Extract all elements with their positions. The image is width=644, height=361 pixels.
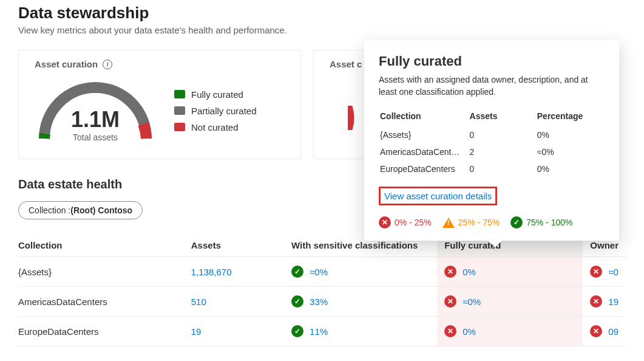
- legend-mid: 25% - 75%: [458, 218, 500, 227]
- info-icon[interactable]: i: [103, 60, 112, 69]
- assets-link[interactable]: 510: [191, 297, 206, 307]
- popcell-percentage: ≈0%: [537, 144, 603, 160]
- table-row: {Assets}1,138,670✓≈0%✕0%✕≈0: [18, 257, 626, 287]
- cross-icon: ✕: [379, 216, 391, 229]
- legend-partial: Partially curated: [191, 106, 257, 116]
- popcell-percentage: 0%: [537, 161, 603, 177]
- check-icon: ✓: [291, 295, 303, 308]
- page-title: Data stewardship: [18, 4, 626, 22]
- swatch-partial-icon: [174, 106, 185, 115]
- filter-prefix: Collection :: [29, 205, 70, 215]
- table-row: AmericasDataCent…2≈0%: [380, 144, 603, 160]
- assets-link[interactable]: 1,138,670: [191, 267, 232, 277]
- gauge-total-label: Total assets: [35, 132, 156, 142]
- cell-collection: AmericasDataCenters: [18, 287, 184, 317]
- warning-icon: [442, 218, 455, 228]
- gauge-legend: Fully curated Partially curated Not cura…: [174, 89, 257, 132]
- legend-high: 75% - 100%: [526, 218, 572, 227]
- collection-filter-pill[interactable]: Collection : (Root) Contoso: [18, 201, 143, 219]
- cross-icon: ✕: [444, 266, 456, 278]
- table-row: AmericasDataCenters510✓33%✕≈0%✕19: [18, 287, 626, 317]
- card2-title: Asset c: [330, 59, 362, 69]
- popover-description: Assets with an assigned data owner, desc…: [379, 74, 605, 98]
- table-row: EuropeDataCenters00%: [380, 161, 603, 177]
- owner-link[interactable]: 19: [608, 297, 619, 307]
- cross-icon: ✕: [444, 295, 456, 308]
- filter-value: (Root) Contoso: [70, 205, 132, 215]
- view-curation-details-link[interactable]: View asset curation details: [379, 187, 497, 205]
- check-icon: ✓: [291, 266, 303, 278]
- popcell-collection: {Assets}: [380, 127, 469, 143]
- fully-link[interactable]: 0%: [463, 267, 476, 277]
- asset-curation-card-2: Asset c: [313, 50, 371, 159]
- popover-legend: ✕0% - 25% 25% - 75% ✓75% - 100%: [379, 216, 605, 229]
- legend-low: 0% - 25%: [395, 218, 432, 227]
- popcol-collection: Collection: [380, 108, 469, 126]
- col-assets[interactable]: Assets: [184, 234, 284, 257]
- page-subtitle: View key metrics about your data estate'…: [18, 25, 626, 35]
- fully-link[interactable]: ≈0%: [463, 297, 481, 307]
- popcell-assets: 0: [470, 161, 536, 177]
- sensitive-link[interactable]: ≈0%: [310, 267, 328, 277]
- card-title-label: Asset curation: [35, 59, 98, 69]
- cross-icon: ✕: [590, 295, 602, 308]
- popcell-percentage: 0%: [537, 127, 603, 143]
- popover-table: Collection Assets Percentage {Assets}00%…: [379, 106, 605, 178]
- check-icon: ✓: [291, 325, 303, 337]
- popcell-assets: 0: [470, 127, 536, 143]
- curation-gauge: 1.1M Total assets: [35, 75, 156, 146]
- fully-curated-popover: Fully curated Assets with an assigned da…: [364, 40, 619, 241]
- owner-link[interactable]: 09: [608, 326, 619, 337]
- owner-link[interactable]: ≈0: [608, 267, 619, 277]
- table-row: EuropeDataCenters19✓11%✕0%✕09: [18, 317, 626, 346]
- estate-health-table: Collection Assets With sensitive classif…: [18, 234, 626, 346]
- asset-curation-card: Asset curation i 1.1M Total assets: [18, 50, 301, 159]
- assets-link[interactable]: 19: [191, 326, 202, 337]
- swatch-fully-icon: [174, 90, 185, 98]
- swatch-none-icon: [174, 123, 185, 131]
- popcol-assets: Assets: [470, 108, 536, 126]
- popover-title: Fully curated: [379, 53, 605, 69]
- gauge-total-value: 1.1M: [35, 107, 156, 132]
- legend-none: Not curated: [191, 122, 239, 132]
- col-collection[interactable]: Collection: [18, 234, 184, 257]
- cell-collection: EuropeDataCenters: [18, 317, 184, 346]
- check-icon: ✓: [510, 216, 523, 229]
- popcell-collection: AmericasDataCent…: [380, 144, 469, 160]
- partial-gauge-icon: [348, 106, 366, 130]
- table-row: {Assets}00%: [380, 127, 603, 143]
- cross-icon: ✕: [590, 266, 602, 278]
- cross-icon: ✕: [590, 325, 602, 337]
- sensitive-link[interactable]: 11%: [310, 326, 328, 337]
- cell-collection: {Assets}: [18, 257, 184, 287]
- popcell-collection: EuropeDataCenters: [380, 161, 469, 177]
- popcell-assets: 2: [470, 144, 536, 160]
- popcol-percentage: Percentage: [537, 108, 603, 126]
- legend-fully: Fully curated: [191, 89, 243, 100]
- fully-link[interactable]: 0%: [463, 326, 476, 337]
- cross-icon: ✕: [444, 325, 456, 337]
- sensitive-link[interactable]: 33%: [310, 297, 328, 307]
